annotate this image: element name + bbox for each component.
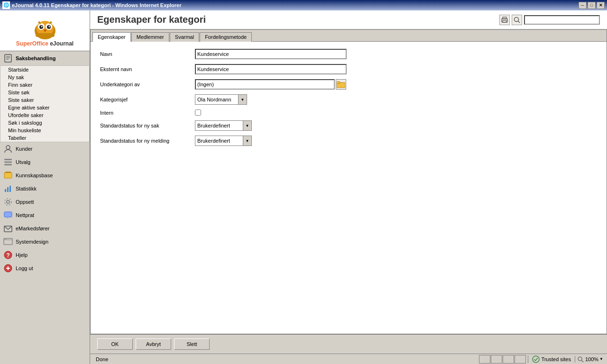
standardstatus-ny-melding-value: Brukerdefinert	[195, 137, 243, 144]
sidebar-item-oppsett[interactable]: Oppsett	[0, 195, 90, 209]
form-container: Egenskaper Medlemmer Svarmal Fordelingsm…	[90, 29, 607, 334]
hjelp-label: Hjelp	[16, 252, 28, 258]
sidebar-item-kunnskapsbase[interactable]: Kunnskapsbase	[0, 169, 90, 182]
sidebar-item-systemdesign[interactable]: Systemdesign	[0, 235, 90, 248]
input-underkategori-av[interactable]	[195, 79, 335, 90]
search-button[interactable]	[512, 15, 522, 25]
close-button[interactable]: ✕	[597, 2, 605, 9]
zoom-dropdown-icon[interactable]: ▼	[599, 357, 603, 361]
sidebar-item-min-huskeliste[interactable]: Min huskeliste	[0, 127, 89, 134]
title-bar-buttons[interactable]: ─ □ ✕	[579, 2, 605, 9]
emarkedsforer-label: eMarkedsfører	[16, 226, 50, 231]
checkbox-intern[interactable]	[195, 109, 201, 116]
svg-rect-23	[7, 187, 9, 192]
sidebar-section-saksbehandling[interactable]: Saksbehandling	[0, 51, 90, 65]
form-row-standardstatus-ny-sak: Standardstatus for ny sak Brukerdefinert…	[100, 120, 597, 131]
title-bar-left: 🌐 eJournal 4.0.11 Egenskaper for kategor…	[2, 1, 182, 9]
page-header: Egenskaper for kategori	[90, 10, 607, 29]
sidebar-item-siste-saker[interactable]: Siste saker	[0, 96, 89, 104]
svg-rect-27	[4, 212, 12, 217]
status-icon-2	[491, 355, 502, 364]
sidebar-item-egne-aktive-saker[interactable]: Egne aktive saker	[0, 104, 89, 111]
trusted-label: Trusted sites	[541, 356, 571, 362]
logo-brand: SuperOffice	[16, 40, 48, 47]
status-zoom: 100% ▼	[575, 356, 605, 363]
kunnskapsbase-icon	[3, 170, 13, 181]
main-container: SuperOffice eJournal Saksbehandling Star…	[0, 10, 607, 364]
sidebar-item-nettprat[interactable]: Nettprat	[0, 209, 90, 222]
svg-point-7	[48, 26, 50, 27]
tab-svarmal[interactable]: Svarmal	[170, 32, 199, 42]
sidebar-item-ny-sak[interactable]: Ny sak	[0, 73, 89, 81]
zoom-icon	[577, 356, 584, 363]
svg-text:?: ?	[6, 252, 9, 259]
svg-rect-11	[36, 33, 55, 37]
sidebar-submenu-saksbehandling: Startside Ny sak Finn saker Siste søk Si…	[0, 65, 90, 142]
sidebar-item-statistikk[interactable]: Statistikk	[0, 182, 90, 195]
oppsett-label: Oppsett	[16, 199, 34, 205]
sidebar-item-logg-ut[interactable]: Logg ut	[0, 262, 90, 275]
label-navn: Navn	[100, 51, 195, 57]
tab-egenskaper[interactable]: Egenskaper	[92, 32, 131, 42]
tab-fordelingsmetode[interactable]: Fordelingsmetode	[200, 32, 252, 42]
slett-button[interactable]: Slett	[174, 338, 210, 350]
sidebar-item-ufordelte-saker[interactable]: Ufordelte saker	[0, 111, 89, 119]
form-row-kategorisjef: Kategorisjef Ola Nordmann ▼	[100, 94, 597, 105]
status-bar: Done Trusted sites 100% ▼	[90, 354, 607, 364]
form-row-intern: Intern	[100, 109, 597, 116]
status-icon-4	[515, 355, 526, 364]
svg-line-48	[581, 360, 583, 362]
svg-rect-24	[9, 186, 11, 192]
input-navn[interactable]	[195, 49, 347, 59]
trusted-sites-icon	[532, 355, 540, 363]
folder-browse-button[interactable]	[336, 79, 346, 90]
sidebar-item-sok-i-sakslogg[interactable]: Søk i sakslogg	[0, 119, 89, 127]
systemdesign-icon	[3, 237, 13, 247]
maximize-button[interactable]: □	[588, 2, 596, 9]
svg-marker-28	[6, 217, 8, 219]
label-underkategori-av: Underkategori av	[100, 82, 195, 87]
sidebar-item-hjelp[interactable]: ? Hjelp	[0, 248, 90, 262]
tab-medlemmer[interactable]: Medlemmer	[131, 32, 169, 42]
sidebar-item-utvalg[interactable]: Utvalg	[0, 155, 90, 169]
systemdesign-label: Systemdesign	[16, 239, 48, 245]
select-kategorisjef[interactable]: Ola Nordmann ▼	[195, 94, 247, 105]
sidebar-item-kunder[interactable]: Kunder	[0, 142, 90, 155]
oppsett-icon	[3, 197, 13, 207]
sidebar-item-emarkedsforer[interactable]: eMarkedsfører	[0, 222, 90, 235]
header-search-input[interactable]	[524, 15, 600, 25]
folder-icon	[337, 81, 345, 88]
print-button[interactable]	[499, 15, 510, 25]
form-row-standardstatus-ny-melding: Standardstatus for ny melding Brukerdefi…	[100, 136, 597, 146]
minimize-button[interactable]: ─	[579, 2, 587, 9]
sidebar-item-finn-saker[interactable]: Finn saker	[0, 81, 89, 89]
print-icon	[501, 16, 508, 24]
select-standardstatus-ny-sak[interactable]: Brukerdefinert ▼	[195, 120, 252, 131]
status-icon-3	[503, 355, 514, 364]
tab-bar: Egenskaper Medlemmer Svarmal Fordelingsm…	[91, 30, 607, 42]
hjelp-icon: ?	[3, 250, 13, 260]
input-eksternt-navn[interactable]	[195, 64, 347, 74]
kunder-label: Kunder	[16, 146, 32, 152]
select-standardstatus-ny-melding[interactable]: Brukerdefinert ▼	[195, 136, 252, 146]
logg-ut-icon	[3, 263, 13, 273]
header-icons	[499, 15, 600, 25]
ok-button[interactable]: OK	[97, 338, 133, 350]
svg-point-25	[7, 200, 9, 203]
svg-rect-45	[337, 82, 340, 83]
svg-rect-20	[4, 173, 12, 178]
utvalg-label: Utvalg	[16, 159, 30, 165]
sidebar-item-startside[interactable]: Startside	[0, 66, 89, 73]
svg-rect-19	[4, 164, 12, 165]
status-trusted: Trusted sites	[528, 355, 575, 363]
svg-rect-21	[5, 172, 11, 173]
svg-point-32	[5, 239, 6, 240]
sidebar-item-tabeller[interactable]: Tabeller	[0, 134, 89, 142]
svg-point-6	[41, 26, 42, 27]
statistikk-label: Statistikk	[16, 186, 37, 191]
label-standardstatus-ny-sak: Standardstatus for ny sak	[100, 123, 195, 128]
form-row-eksternt-navn: Eksternt navn	[100, 64, 597, 74]
avbryt-button[interactable]: Avbryt	[136, 338, 171, 350]
zoom-value: 100%	[585, 356, 598, 362]
sidebar-item-siste-sok[interactable]: Siste søk	[0, 89, 89, 96]
